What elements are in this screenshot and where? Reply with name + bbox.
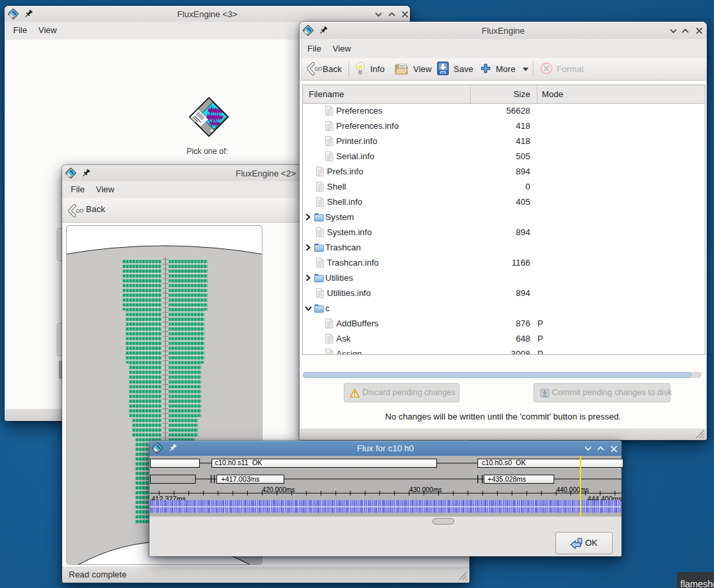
- svg-text:c10.h0.s0 OK: c10.h0.s0 OK: [482, 459, 526, 466]
- svg-text:c10.h0.s11 OK: c10.h0.s11 OK: [215, 459, 262, 466]
- svg-text:430.000ms: 430.000ms: [409, 486, 442, 494]
- svg-text:420.000ms: 420.000ms: [262, 486, 295, 494]
- svg-text:440.000ms: 440.000ms: [556, 486, 588, 494]
- svg-text:+435.028ms: +435.028ms: [488, 475, 526, 483]
- svg-text:+417.003ms: +417.003ms: [221, 475, 260, 483]
